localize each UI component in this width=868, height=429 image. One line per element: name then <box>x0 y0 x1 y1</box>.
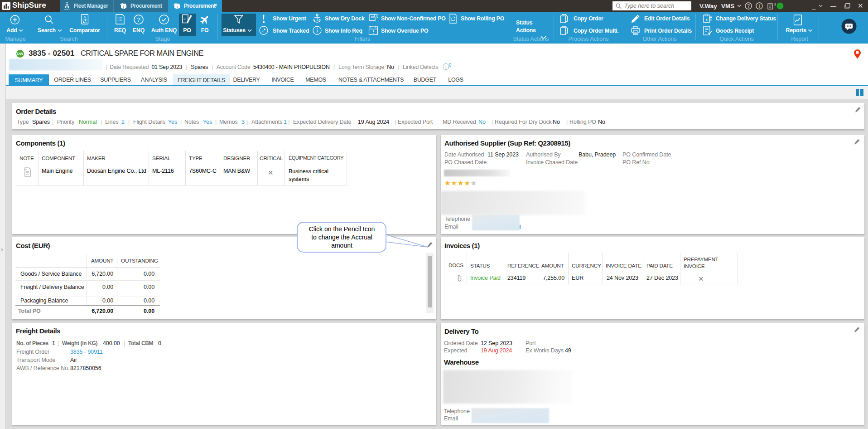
svg-text:?: ? <box>747 4 750 9</box>
svg-text:i: i <box>759 4 760 9</box>
svg-text:$: $ <box>84 15 86 19</box>
svg-text:?: ? <box>137 16 140 23</box>
